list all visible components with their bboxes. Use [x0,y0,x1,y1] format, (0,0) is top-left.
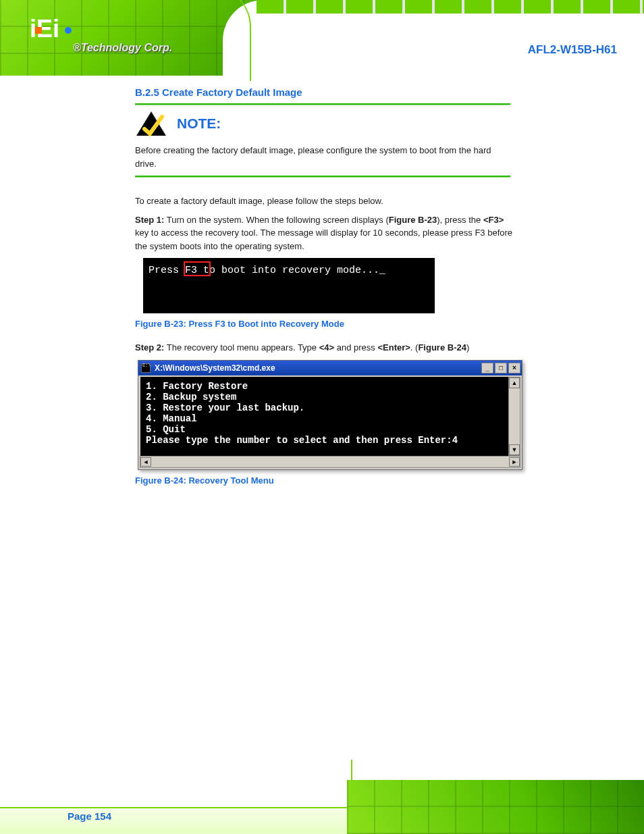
divider-top [135,103,510,105]
divider-bottom [135,176,510,177]
note-block: NOTE: [135,110,513,137]
section-heading: B.2.5 Create Factory Default Image [135,86,513,98]
step-1-text-a: Turn on the system. When the following s… [167,215,389,225]
step-2-key-4: <4> [319,342,334,353]
logo-text: iEi [30,15,59,43]
intro-text: To create a factory default image, pleas… [135,194,513,208]
window-minimize-button[interactable]: _ [481,363,493,373]
scroll-left-icon[interactable]: ◄ [140,457,151,467]
step-1-text-c: key to access the recovery tool. The mes… [135,228,512,251]
note-icon [135,110,167,137]
cmd-line: 4. Manual [146,413,514,424]
step-1-prefix: Step 1: [135,215,164,225]
cmd-line: Please type the number to select and the… [146,435,514,446]
cmd-window: X:\Windows\System32\cmd.exe _ □ × 1. Fac… [138,360,522,470]
step-2-prefix: Step 2: [135,342,164,353]
logo-dot-orange [35,27,42,34]
note-label: NOTE: [177,110,221,137]
figure-23-caption: Figure B-23: Press F3 to Boot into Recov… [135,319,513,329]
header-stripe [257,0,644,14]
cmd-line: 2. Backup system [146,392,514,402]
logo-dot-blue [65,27,72,34]
window-maximize-button[interactable]: □ [495,363,507,373]
page-content: B.2.5 Create Factory Default Image NOTE:… [135,81,513,498]
step-2-key-enter: <Enter> [377,342,410,353]
cmd-line: 1. Factory Restore [146,381,514,392]
step-2-text-c: . ( [410,342,419,353]
page-footer: Page 154 [0,760,644,834]
cmd-line: 5. Quit [146,424,514,435]
window-close-button[interactable]: × [508,363,520,373]
cmd-window-title: X:\Windows\System32\cmd.exe [155,363,275,373]
footer-green-panel [347,780,644,834]
note-text: Before creating the factory default imag… [135,144,513,170]
step-2-text-b: and press [334,342,377,353]
step-1-text-b: ), press the [437,215,483,225]
step-2-text-d: ) [466,342,469,353]
scroll-right-icon[interactable]: ► [509,457,520,467]
cmd-line: 3. Restore your last backup. [146,402,514,413]
horizontal-scrollbar[interactable]: ◄ ► [140,456,520,468]
step-2: Step 2: The recovery tool menu appears. … [135,341,513,355]
step-1: Step 1: Turn on the system. When the fol… [135,213,513,253]
page-header: iEi ®Technology Corp. AFL2-W15B-H61 [0,0,644,76]
vertical-scrollbar[interactable]: ▲ ▼ [508,377,520,456]
footer-stripe [0,807,365,834]
product-name: AFL2-W15B-H61 [528,43,617,57]
step-1-figref: Figure B-23 [389,215,437,225]
step-2-text-a: The recovery tool menu appears. Type [167,342,319,353]
brand-tagline: ®Technology Corp. [73,42,172,54]
step-1-key-f3: <F3> [483,215,504,225]
page-number: Page 154 [68,810,111,822]
cmd-icon [141,363,151,373]
circuit-pattern [347,780,644,834]
step-2-figref: Figure B-24 [418,342,466,353]
terminal-boot-prompt: Press F3 to boot into recovery mode..._ [143,258,435,313]
figure-24-caption: Figure B-24: Recovery Tool Menu [135,475,513,486]
brand-logo: iEi [30,15,59,43]
scroll-down-icon[interactable]: ▼ [509,444,520,455]
f3-highlight-box [184,261,211,276]
cmd-window-titlebar[interactable]: X:\Windows\System32\cmd.exe _ □ × [138,361,522,375]
scroll-up-icon[interactable]: ▲ [509,377,520,388]
